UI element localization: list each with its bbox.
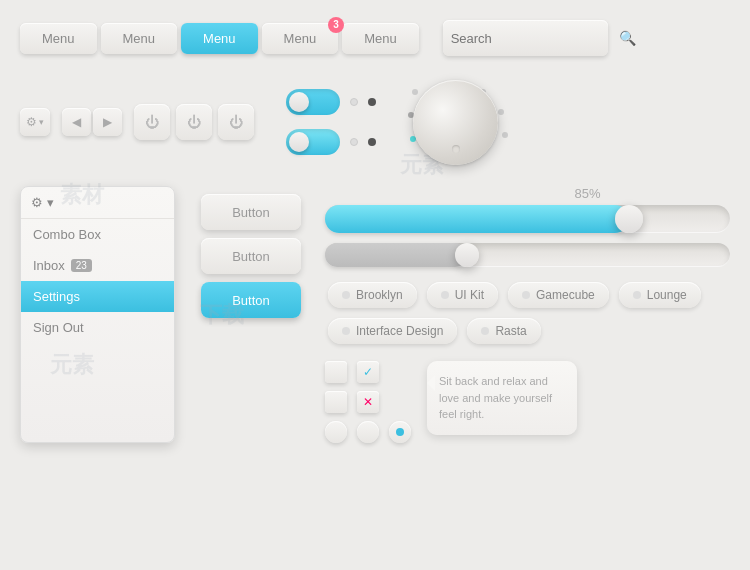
radio-1[interactable]: [325, 421, 347, 443]
radio-3[interactable]: [389, 421, 411, 443]
radio-selected-indicator: [396, 428, 404, 436]
checkbox-row-2: ✕: [325, 391, 411, 413]
toggles-section: [286, 89, 376, 155]
controls-row: ⚙ ▾ ◀ ▶ ⏻ ⏻ ⏻: [20, 72, 730, 172]
toggle-row-2: [286, 129, 376, 155]
slider-thumb-1[interactable]: [615, 205, 643, 233]
nav-menu-4[interactable]: Menu 3: [262, 23, 339, 54]
knob-container: [403, 72, 513, 172]
power-group: ⏻ ⏻ ⏻: [134, 104, 254, 140]
tag-gamecube[interactable]: Gamecube: [508, 282, 609, 308]
button-1[interactable]: Button: [201, 194, 301, 230]
power-btn-1[interactable]: ⏻: [134, 104, 170, 140]
slider-track-1[interactable]: [325, 205, 730, 233]
tag-rasta[interactable]: Rasta: [467, 318, 540, 344]
tag-dot-lounge: [633, 291, 641, 299]
checkbox-4[interactable]: ✕: [357, 391, 379, 413]
toggle-dot-on-2: [368, 138, 376, 146]
nav-bar: Menu Menu Menu Menu 3 Menu 🔍: [20, 20, 730, 56]
search-icon[interactable]: 🔍: [619, 30, 636, 46]
chevron-down-icon: ▾: [39, 117, 44, 127]
toggle-knob-1: [289, 92, 309, 112]
gear-button[interactable]: ⚙ ▾: [20, 108, 50, 136]
prev-button[interactable]: ◀: [62, 108, 91, 136]
gear-group: ⚙ ▾: [20, 108, 50, 136]
tag-dot-uikit: [441, 291, 449, 299]
radio-2[interactable]: [357, 421, 379, 443]
search-bar: 🔍: [443, 20, 608, 56]
toggle-switch-2[interactable]: [286, 129, 340, 155]
button-3[interactable]: Button: [201, 282, 301, 318]
gear-icon-small: ⚙: [31, 195, 43, 210]
search-input[interactable]: [451, 31, 619, 46]
power-icon-1: ⏻: [145, 114, 159, 130]
slider-section: 85%: [325, 186, 730, 267]
tag-brooklyn[interactable]: Brooklyn: [328, 282, 417, 308]
tag-interface-design[interactable]: Interface Design: [328, 318, 457, 344]
checkbox-1[interactable]: [325, 361, 347, 383]
radio-row: [325, 421, 411, 443]
toggle-knob-2: [289, 132, 309, 152]
dropdown-item-settings[interactable]: Settings: [21, 281, 174, 312]
tag-dot-interface-design: [342, 327, 350, 335]
inbox-badge: 23: [71, 259, 92, 272]
nav-menu-2[interactable]: Menu: [101, 23, 178, 54]
power-btn-2[interactable]: ⏻: [176, 104, 212, 140]
tag-dot-rasta: [481, 327, 489, 335]
dropdown-item-combobox[interactable]: Combo Box: [21, 219, 174, 250]
tag-dot-gamecube: [522, 291, 530, 299]
knob-marker: [452, 145, 460, 153]
callout-bubble: Sit back and relax and love and make you…: [427, 361, 577, 435]
rotary-knob[interactable]: [413, 80, 498, 165]
button-2[interactable]: Button: [201, 238, 301, 274]
dropdown-header[interactable]: ⚙ ▾: [21, 187, 174, 219]
next-button[interactable]: ▶: [93, 108, 122, 136]
nav-menu-5[interactable]: Menu: [342, 23, 419, 54]
tag-dot-brooklyn: [342, 291, 350, 299]
right-section: 85% Brooklyn: [325, 186, 730, 443]
svg-point-2: [498, 109, 504, 115]
percent-label: 85%: [445, 186, 730, 201]
dropdown-header-label: ▾: [47, 195, 54, 210]
checkboxes-section: ✓ ✕: [325, 361, 411, 443]
toggle-switch-1[interactable]: [286, 89, 340, 115]
dropdown-item-signout[interactable]: Sign Out: [21, 312, 174, 343]
svg-point-3: [502, 132, 508, 138]
nav-menu-3[interactable]: Menu: [181, 23, 258, 54]
main-area: ⚙ ▾ Combo Box Inbox 23 Settings Sign Out…: [20, 186, 730, 443]
buttons-column: Button Button Button: [201, 194, 301, 443]
checkbox-3[interactable]: [325, 391, 347, 413]
slider-fill-2: [325, 243, 467, 267]
svg-point-4: [412, 89, 418, 95]
next-icon: ▶: [103, 115, 112, 129]
checkbox-row-1: ✓: [325, 361, 411, 383]
slider-fill-1: [325, 205, 629, 233]
toggle-dot-on-1: [368, 98, 376, 106]
prev-icon: ◀: [72, 115, 81, 129]
dropdown-menu: ⚙ ▾ Combo Box Inbox 23 Settings Sign Out: [20, 186, 175, 443]
tag-lounge[interactable]: Lounge: [619, 282, 701, 308]
toggle-dot-off-1: [350, 98, 358, 106]
nav-menu-1[interactable]: Menu: [20, 23, 97, 54]
nav-badge: 3: [328, 17, 344, 33]
power-icon-2: ⏻: [187, 114, 201, 130]
tags-section: Brooklyn UI Kit Gamecube Lounge: [325, 279, 730, 443]
power-icon-3: ⏻: [229, 114, 243, 130]
toggle-dot-off-2: [350, 138, 358, 146]
callout-text: Sit back and relax and love and make you…: [439, 375, 552, 420]
checkbox-2[interactable]: ✓: [357, 361, 379, 383]
power-btn-3[interactable]: ⏻: [218, 104, 254, 140]
slider-track-2[interactable]: [325, 243, 730, 267]
dropdown-item-inbox[interactable]: Inbox 23: [21, 250, 174, 281]
gear-icon: ⚙: [26, 115, 37, 129]
slider-thumb-2[interactable]: [455, 243, 479, 267]
prev-next-group: ◀ ▶: [62, 108, 122, 136]
toggle-row-1: [286, 89, 376, 115]
tag-uikit[interactable]: UI Kit: [427, 282, 498, 308]
